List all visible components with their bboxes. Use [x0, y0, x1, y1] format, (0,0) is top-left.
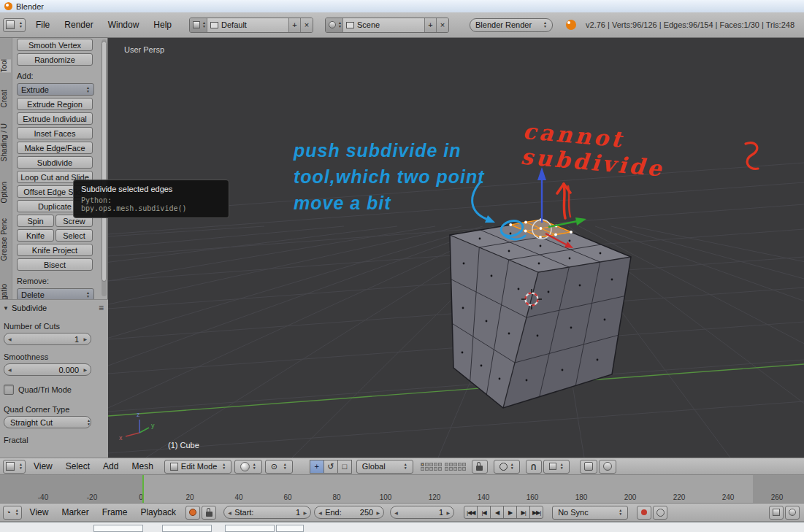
- menu-timeline-view[interactable]: View: [23, 506, 55, 519]
- render-engine-dropdown[interactable]: Blender Render: [470, 18, 553, 32]
- layer-cell[interactable]: [445, 467, 448, 471]
- orientation-dropdown[interactable]: Global: [356, 460, 413, 474]
- tool-delete-dropdown[interactable]: Delete: [17, 288, 94, 299]
- screen-layout-name[interactable]: Default: [207, 18, 289, 32]
- tool-extrude-region[interactable]: Extrude Region: [17, 98, 93, 110]
- menu-help[interactable]: Help: [146, 18, 179, 31]
- editor-type-button-timeline[interactable]: ◔: [3, 506, 22, 520]
- bottom-tab[interactable]: [225, 525, 275, 532]
- play-reverse-button[interactable]: ◀: [490, 506, 504, 519]
- layer-cell[interactable]: [421, 463, 424, 466]
- manipulator-rotate-toggle[interactable]: ↺: [323, 460, 338, 474]
- close-scene-button[interactable]: ×: [437, 18, 448, 32]
- manipulator-scale-toggle[interactable]: □: [337, 460, 352, 474]
- tool-knife-project[interactable]: Knife Project: [17, 244, 93, 256]
- menu-mesh[interactable]: Mesh: [125, 460, 159, 473]
- tool-knife-select[interactable]: Select: [55, 229, 93, 242]
- menu-file[interactable]: File: [28, 18, 57, 31]
- scene-browse-button[interactable]: [326, 18, 343, 32]
- opengl-render-button[interactable]: [580, 460, 597, 474]
- menu-marker[interactable]: Marker: [55, 506, 95, 519]
- menu-playback[interactable]: Playback: [134, 506, 183, 519]
- layer-cell[interactable]: [429, 463, 433, 466]
- menu-render[interactable]: Render: [57, 18, 100, 31]
- layer-cell[interactable]: [425, 463, 429, 466]
- menu-add[interactable]: Add: [96, 460, 125, 473]
- shelf-tab-grease-pencil[interactable]: Grease Penc: [0, 218, 11, 261]
- copy-button[interactable]: [769, 506, 784, 520]
- jump-to-start-button[interactable]: |◀◀: [464, 506, 478, 519]
- start-frame-field[interactable]: Start: 1: [223, 506, 311, 519]
- layer-cell[interactable]: [445, 463, 448, 466]
- layer-cell[interactable]: [458, 467, 462, 471]
- jump-to-end-button[interactable]: ▶▶|: [529, 506, 543, 519]
- manipulator-translate-toggle[interactable]: +: [310, 460, 324, 474]
- current-frame-indicator[interactable]: [142, 475, 144, 503]
- layer-cell[interactable]: [434, 463, 437, 466]
- panel-menu-icon[interactable]: ≡: [99, 303, 104, 313]
- layer-cell[interactable]: [438, 463, 442, 466]
- add-scene-button[interactable]: +: [425, 18, 437, 32]
- menu-window[interactable]: Window: [101, 18, 147, 31]
- menu-view[interactable]: View: [27, 460, 59, 473]
- end-frame-field[interactable]: End: 250: [314, 506, 384, 519]
- keying-set-button[interactable]: [653, 506, 667, 520]
- proportional-edit-dropdown[interactable]: [494, 460, 520, 474]
- next-keyframe-button[interactable]: ▶|: [516, 506, 530, 519]
- shelf-tab-shading-uvs[interactable]: Shading / U: [0, 123, 11, 161]
- tool-bisect[interactable]: Bisect: [17, 258, 93, 271]
- shelf-tab-create[interactable]: Creat: [0, 90, 11, 107]
- snap-element-dropdown[interactable]: [543, 460, 570, 474]
- layer-cell[interactable]: [458, 463, 462, 466]
- menu-frame[interactable]: Frame: [96, 506, 134, 519]
- tool-shelf-scrollbar[interactable]: [102, 39, 107, 296]
- bottom-tab[interactable]: [162, 525, 212, 532]
- play-button[interactable]: ▶: [503, 506, 517, 519]
- layer-cell[interactable]: [453, 463, 457, 466]
- disclosure-triangle-icon[interactable]: ▼: [3, 305, 9, 312]
- keyingset-lock-button[interactable]: [202, 506, 216, 520]
- layer-cell[interactable]: [421, 467, 424, 471]
- snap-toggle-button[interactable]: U: [526, 460, 542, 474]
- close-layout-button[interactable]: ×: [301, 18, 313, 32]
- layer-cell[interactable]: [449, 467, 453, 471]
- layer-cell[interactable]: [425, 467, 429, 471]
- layer-cell[interactable]: [438, 467, 442, 471]
- layers-widget[interactable]: [421, 463, 466, 471]
- mode-dropdown[interactable]: Edit Mode: [164, 460, 231, 474]
- layer-cell[interactable]: [449, 463, 453, 466]
- previous-keyframe-button[interactable]: |◀: [477, 506, 491, 519]
- menu-select[interactable]: Select: [59, 460, 96, 473]
- tool-inset-faces[interactable]: Inset Faces: [17, 127, 93, 139]
- corner-type-dropdown[interactable]: Straight Cut: [4, 416, 91, 428]
- lock-to-scene-button[interactable]: [472, 460, 488, 474]
- tool-make-edge-face[interactable]: Make Edge/Face: [17, 142, 93, 154]
- editor-type-button-3dview[interactable]: [3, 460, 26, 474]
- layer-cell[interactable]: [462, 467, 466, 471]
- viewport-canvas[interactable]: x y z: [0, 37, 804, 458]
- tool-knife[interactable]: Knife: [17, 229, 54, 242]
- scrollbar-thumb[interactable]: [102, 41, 107, 282]
- shelf-tab-options[interactable]: Option: [0, 182, 11, 203]
- tool-smooth-vertex[interactable]: Smooth Vertex: [17, 39, 93, 51]
- layer-cell[interactable]: [429, 467, 433, 471]
- screen-layout-selector[interactable]: Default + ×: [189, 18, 313, 33]
- shelf-tab-tools[interactable]: Tool: [0, 59, 11, 72]
- tool-subdivide[interactable]: Subdivide: [17, 156, 93, 169]
- add-layout-button[interactable]: +: [289, 18, 301, 32]
- editor-type-button-info[interactable]: [3, 18, 26, 32]
- timeline-ruler[interactable]: -40 -20 0 20 40 60 80 100 120 140 160 18…: [0, 475, 804, 504]
- opengl-render-anim-button[interactable]: [599, 460, 616, 474]
- viewport-shading-dropdown[interactable]: [234, 460, 262, 474]
- bottom-tab[interactable]: [93, 525, 143, 532]
- layer-cell[interactable]: [462, 463, 466, 466]
- record-button[interactable]: [637, 506, 651, 520]
- auto-keyframe-button[interactable]: [185, 506, 200, 520]
- scene-selector[interactable]: Scene + ×: [325, 18, 449, 33]
- scene-name[interactable]: Scene: [343, 18, 425, 32]
- bottom-tab[interactable]: [276, 525, 304, 532]
- tool-extrude-dropdown[interactable]: Extrude: [17, 83, 94, 96]
- layer-cell[interactable]: [453, 467, 457, 471]
- smoothness-field[interactable]: 0.000: [4, 363, 91, 376]
- current-frame-field[interactable]: 1: [390, 506, 454, 519]
